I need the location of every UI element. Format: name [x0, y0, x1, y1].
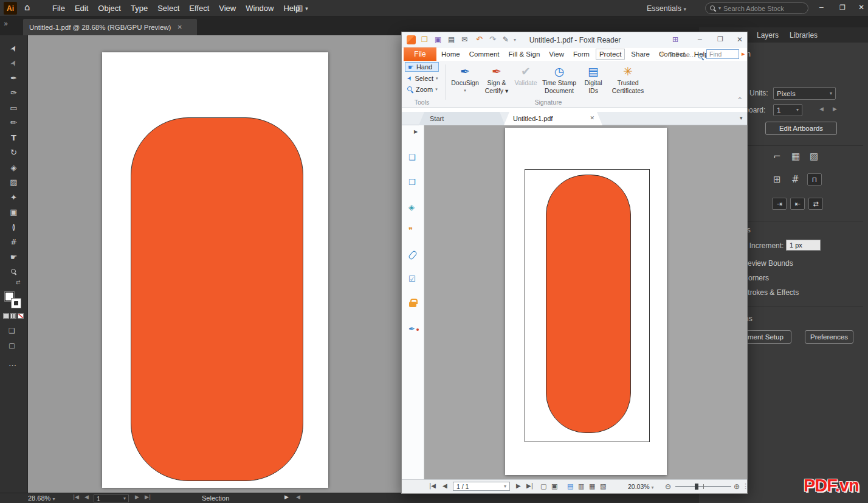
close-tab-icon[interactable]: ✕	[590, 116, 594, 121]
toolbar-expand-icon[interactable]: »	[4, 20, 8, 27]
zoom-slider[interactable]	[675, 486, 731, 487]
keyboard-increment-input[interactable]: 1 px	[786, 240, 821, 251]
continuous-view-icon[interactable]: ▥	[578, 483, 584, 490]
tab-home[interactable]: Home	[438, 49, 463, 59]
swap-fill-stroke-icon[interactable]: ⇄	[16, 280, 21, 285]
stroke-color-swatch[interactable]	[12, 299, 21, 308]
units-select[interactable]: Pixels▾	[773, 87, 836, 100]
snap-to-pixel-icon[interactable]: #	[791, 175, 799, 184]
search-scope-chevron-icon[interactable]: ▾	[718, 6, 721, 11]
collapse-ribbon-icon[interactable]: ^	[737, 97, 742, 103]
mesh-tool[interactable]: ▣	[0, 205, 28, 220]
open-file-icon[interactable]: ❐	[421, 36, 428, 43]
digital-ids-button[interactable]: ▤ Digital IDs	[579, 63, 607, 94]
tab-fill-sign[interactable]: Fill & Sign	[506, 49, 543, 59]
type-tool[interactable]: T	[0, 130, 28, 145]
docusign-button[interactable]: ✒ DocuSign ▾	[449, 63, 481, 94]
skin-switcher-icon[interactable]: ⊞	[672, 36, 678, 43]
close-window-icon[interactable]: ✕	[858, 4, 864, 11]
attachments-panel-icon[interactable]	[408, 250, 418, 260]
tab-list-icon[interactable]: ▾	[740, 116, 743, 121]
pen-tool[interactable]: ✒	[0, 71, 28, 86]
artboard-navigation-select[interactable]: 1▾	[94, 494, 129, 502]
width-tool[interactable]: ≬	[0, 220, 28, 235]
menu-window[interactable]: Window	[246, 4, 274, 13]
next-page-icon[interactable]: ▶	[516, 483, 521, 489]
tab-file[interactable]: File	[404, 47, 436, 61]
tab-protect[interactable]: Protect	[596, 49, 625, 60]
restore-window-icon[interactable]: ❐	[839, 4, 846, 11]
orange-rounded-rectangle[interactable]	[131, 117, 303, 481]
rotate-tool[interactable]: ↻	[0, 145, 28, 161]
show-transparency-grid-icon[interactable]: ▨	[810, 152, 818, 161]
previous-page-icon[interactable]: ◀	[443, 483, 447, 489]
search-input[interactable]	[723, 5, 795, 12]
continuous-facing-view-icon[interactable]: ▧	[600, 483, 606, 490]
restore-window-icon[interactable]: ❐	[717, 36, 723, 43]
status-collapse-icon[interactable]: ◀	[296, 494, 300, 500]
menu-edit[interactable]: Edit	[75, 4, 88, 13]
fit-width-icon[interactable]: ▣	[551, 483, 557, 490]
last-artboard-icon[interactable]: ▶|	[145, 494, 151, 500]
gradient-mode-swatch[interactable]	[10, 313, 16, 319]
home-icon[interactable]: ⌂	[24, 3, 30, 12]
trusted-certificates-button[interactable]: ✳ Trusted Certificates	[608, 63, 647, 94]
tab-start[interactable]: Start	[419, 112, 505, 125]
show-grid-icon[interactable]: ▦	[791, 152, 800, 161]
time-stamp-document-button[interactable]: ◷ Time Stamp Document	[540, 63, 578, 94]
security-verify-panel-icon[interactable]: ☑	[408, 275, 416, 283]
status-expand-icon[interactable]: ▶	[284, 494, 289, 500]
fit-page-icon[interactable]: ▢	[540, 483, 546, 490]
edit-artboards-button[interactable]: Edit Artboards	[765, 122, 837, 135]
previous-artboard-icon[interactable]: ◀	[84, 494, 89, 500]
first-artboard-icon[interactable]: |◀	[73, 494, 79, 500]
artboard[interactable]	[102, 52, 328, 488]
preferences-button[interactable]: Preferences	[805, 330, 853, 344]
pages-panel-icon[interactable]: ❑	[408, 153, 416, 161]
shape-builder-tool[interactable]: ◈	[0, 160, 28, 175]
zoom-percentage[interactable]: 20.03% ▾	[628, 483, 654, 490]
tab-share[interactable]: Share	[628, 49, 653, 59]
menu-file[interactable]: File	[52, 4, 65, 13]
hand-tool-button[interactable]: ☛ Hand	[405, 62, 439, 72]
minimize-window-icon[interactable]: ─	[698, 36, 702, 43]
signatures-panel-icon[interactable]: ✒	[408, 325, 415, 333]
snap-to-point-icon[interactable]: ⊓	[807, 173, 822, 186]
zoom-tool-button[interactable]: Zoom ▾	[405, 85, 441, 94]
pdf-view-area[interactable]	[424, 125, 747, 479]
direct-selection-tool[interactable]: ➤	[0, 56, 28, 71]
menu-object[interactable]: Object	[98, 4, 121, 13]
foxit-titlebar[interactable]: ❐ ▣ ▤ ✉ ↶ ↷ ✎ ▾ Untitled-1.pdf - Foxit R…	[402, 32, 747, 47]
save-file-icon[interactable]: ▣	[435, 36, 441, 43]
close-window-icon[interactable]: ✕	[737, 36, 743, 43]
layers-panel-icon[interactable]: ◈	[408, 203, 415, 211]
rectangle-tool[interactable]: ▭	[0, 100, 28, 116]
draw-mode-icon[interactable]: ❏	[9, 327, 15, 335]
sign-certify-button[interactable]: ✒ Sign & Certify ▾	[482, 63, 511, 94]
tab-comment[interactable]: Comment	[466, 49, 503, 59]
snap-option-3-icon[interactable]: ⇄	[808, 198, 823, 210]
zoom-tool[interactable]	[0, 265, 28, 280]
thumbnails-panel-icon[interactable]: ❒	[408, 178, 416, 186]
snap-to-grid-icon[interactable]: ⊞	[773, 175, 781, 184]
show-rulers-icon[interactable]: ⌐	[773, 152, 781, 161]
print-icon[interactable]: ▤	[448, 36, 455, 43]
page-number-box[interactable]: 1 / 1▾	[453, 482, 510, 491]
zoom-slider-thumb[interactable]	[695, 484, 698, 490]
close-document-icon[interactable]: ✕	[177, 24, 182, 30]
menu-type[interactable]: Type	[131, 4, 148, 13]
select-tool-button[interactable]: ➤ Select ▾	[405, 74, 441, 83]
last-page-icon[interactable]: ▶|	[526, 483, 533, 489]
tab-view[interactable]: View	[546, 49, 567, 59]
snap-option-1-icon[interactable]: ⇥	[772, 198, 787, 210]
paintbrush-tool[interactable]: ✑	[0, 86, 28, 101]
email-icon[interactable]: ✉	[461, 36, 467, 43]
tab-libraries[interactable]: Libraries	[790, 31, 818, 40]
tell-me-box[interactable]: Tell me...	[669, 51, 695, 58]
find-box[interactable]	[706, 49, 739, 59]
free-transform-tool[interactable]: #	[0, 235, 28, 250]
hand-tool[interactable]: ☛	[0, 249, 28, 265]
facing-view-icon[interactable]: ▦	[589, 483, 595, 490]
adobe-stock-search[interactable]: ▾	[705, 2, 808, 14]
undo-icon[interactable]: ↶	[476, 35, 483, 43]
